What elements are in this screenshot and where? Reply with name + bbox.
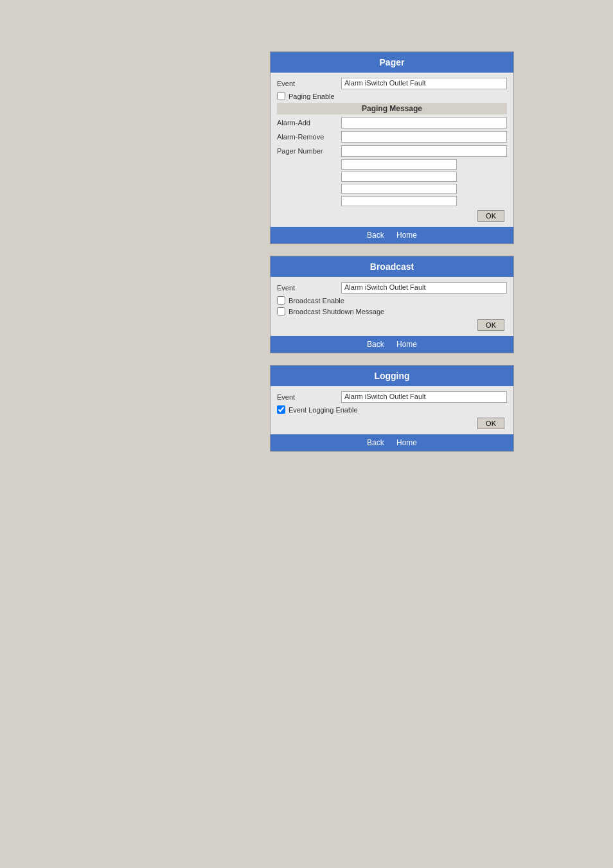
logging-enable-checkbox[interactable]	[277, 405, 285, 414]
pager-panel: Pager Event Alarm iSwitch Outlet Fault P…	[270, 51, 514, 244]
logging-event-row: Event Alarm iSwitch Outlet Fault	[277, 391, 507, 403]
logging-enable-row: Event Logging Enable	[277, 405, 507, 414]
pager-event-value: Alarm iSwitch Outlet Fault	[341, 78, 507, 89]
broadcast-event-row: Event Alarm iSwitch Outlet Fault	[277, 282, 507, 294]
alarm-add-label: Alarm-Add	[277, 119, 341, 127]
logging-back-link[interactable]: Back	[367, 438, 384, 447]
logging-footer: Back Home	[271, 434, 513, 451]
alarm-remove-label: Alarm-Remove	[277, 133, 341, 141]
logging-event-value: Alarm iSwitch Outlet Fault	[341, 391, 507, 403]
logging-ok-row: OK	[277, 418, 507, 429]
broadcast-event-value: Alarm iSwitch Outlet Fault	[341, 282, 507, 294]
alarm-remove-input[interactable]	[341, 131, 507, 143]
pager-title: Pager	[271, 52, 513, 73]
broadcast-shutdown-label: Broadcast Shutdown Message	[289, 308, 384, 315]
pager-extra-input-4[interactable]	[341, 196, 457, 206]
extra-paging-inputs	[341, 159, 507, 206]
pager-event-label: Event	[277, 80, 341, 87]
broadcast-ok-button[interactable]: OK	[477, 319, 504, 331]
logging-title: Logging	[271, 366, 513, 386]
logging-event-label: Event	[277, 393, 341, 401]
logging-ok-button[interactable]: OK	[477, 418, 504, 429]
alarm-add-input[interactable]	[341, 117, 507, 128]
broadcast-footer: Back Home	[271, 336, 513, 353]
alarm-add-row: Alarm-Add	[277, 117, 507, 128]
broadcast-shutdown-row: Broadcast Shutdown Message	[277, 307, 507, 315]
pager-extra-input-3[interactable]	[341, 184, 457, 194]
pager-enable-row: Paging Enable	[277, 92, 507, 100]
pager-footer: Back Home	[271, 227, 513, 244]
pager-home-link[interactable]: Home	[396, 231, 417, 240]
pager-number-input[interactable]	[341, 145, 507, 157]
broadcast-enable-row: Broadcast Enable	[277, 296, 507, 305]
broadcast-home-link[interactable]: Home	[396, 340, 417, 349]
logging-panel: Logging Event Alarm iSwitch Outlet Fault…	[270, 365, 514, 452]
broadcast-event-label: Event	[277, 284, 341, 292]
pager-ok-button[interactable]: OK	[477, 210, 504, 222]
pager-event-row: Event Alarm iSwitch Outlet Fault	[277, 78, 507, 89]
logging-enable-label: Event Logging Enable	[289, 406, 358, 414]
pager-number-row: Pager Number	[277, 145, 507, 157]
logging-home-link[interactable]: Home	[396, 438, 417, 447]
broadcast-panel: Broadcast Event Alarm iSwitch Outlet Fau…	[270, 256, 514, 353]
broadcast-shutdown-checkbox[interactable]	[277, 307, 285, 315]
paging-message-section: Paging Message	[277, 103, 507, 114]
pager-extra-input-2[interactable]	[341, 172, 457, 182]
alarm-remove-row: Alarm-Remove	[277, 131, 507, 143]
pager-back-link[interactable]: Back	[367, 231, 384, 240]
broadcast-ok-row: OK	[277, 319, 507, 331]
pager-number-label: Pager Number	[277, 147, 341, 155]
pager-enable-checkbox[interactable]	[277, 92, 285, 100]
broadcast-enable-label: Broadcast Enable	[289, 297, 344, 305]
pager-enable-label: Paging Enable	[289, 93, 335, 100]
broadcast-enable-checkbox[interactable]	[277, 296, 285, 305]
broadcast-title: Broadcast	[271, 256, 513, 277]
pager-ok-row: OK	[277, 210, 507, 222]
pager-extra-input-1[interactable]	[341, 159, 457, 170]
broadcast-back-link[interactable]: Back	[367, 340, 384, 349]
